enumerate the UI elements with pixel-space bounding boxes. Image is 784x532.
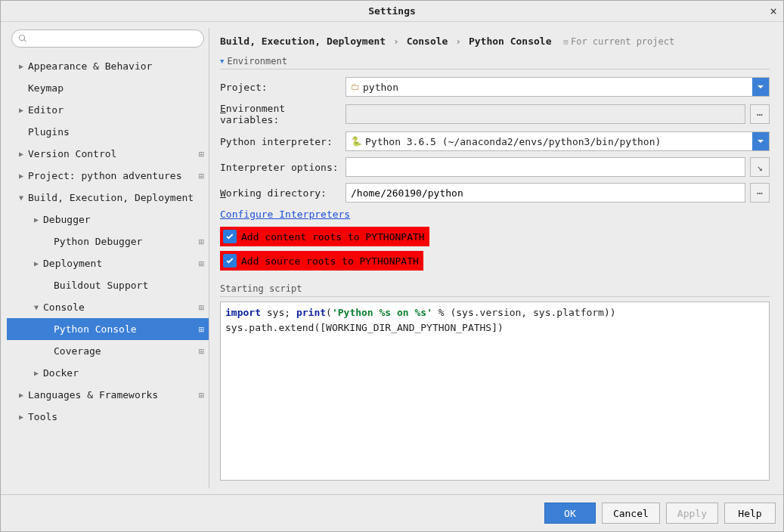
tree-item-label: Plugins [28,126,204,138]
project-scope-icon: ⊞ [199,324,204,335]
breadcrumb-part: Console [407,36,448,47]
project-scope-icon: ⊞ [199,390,204,401]
add-source-roots-label: Add source roots to PYTHONPATH [241,255,419,267]
tree-item-label: Debugger [43,214,204,225]
tree-item-label: Project: python adventures [28,170,196,181]
project-value: python [363,82,398,93]
tree-item-label: Coverage [54,345,196,357]
titlebar: Settings × [1,1,783,22]
project-scope-icon: ⊞ [199,346,204,357]
settings-tree: ▶Appearance & BehaviorKeymap▶EditorPlugi… [7,55,209,488]
close-icon[interactable]: × [770,4,777,18]
add-source-roots-highlight: Add source roots to PYTHONPATH [220,251,423,271]
workdir-label: Working directory: [220,187,341,199]
tree-item-label: Deployment [43,258,196,269]
add-content-roots-highlight: Add content roots to PYTHONPATH [220,227,429,246]
interpreter-value: Python 3.6.5 (~/anaconda2/envs/python3/b… [365,136,661,147]
disclosure-icon[interactable]: ▼ [220,57,224,65]
breadcrumb-part: Python Console [469,36,552,47]
interp-opts-expand-button[interactable]: ↘ [750,157,770,177]
tree-item-label: Editor [28,104,204,116]
cancel-button[interactable]: Cancel [602,503,660,524]
tree-item-editor[interactable]: ▶Editor [7,99,209,121]
tree-item-deployment[interactable]: ▶Deployment⊞ [7,252,209,274]
tree-item-keymap[interactable]: Keymap [7,77,209,99]
tree-item-label: Console [43,302,196,313]
tree-item-label: Languages & Frameworks [28,389,196,401]
caret-icon: ▼ [17,193,25,202]
content-area: ▶Appearance & BehaviorKeymap▶EditorPlugi… [1,22,783,494]
caret-icon: ▶ [33,259,40,268]
tree-item-label: Build, Execution, Deployment [28,192,204,203]
project-label: Project: [220,82,341,93]
tree-item-appearance-behavior[interactable]: ▶Appearance & Behavior [7,55,209,77]
envvars-browse-button[interactable]: ⋯ [750,104,770,124]
help-button[interactable]: Help [724,503,776,524]
sidebar: ▶Appearance & BehaviorKeymap▶EditorPlugi… [7,28,209,488]
tree-item-docker[interactable]: ▶Docker [7,362,209,384]
envvars-label: Environment variables: [220,103,341,125]
settings-window: Settings × ▶Appearance & BehaviorKeymap▶… [0,0,784,532]
project-scope-icon: ⊞ [199,171,204,181]
ok-button[interactable]: OK [544,503,596,524]
chevron-down-icon [752,132,769,150]
environment-form: Project: 🗀 python Environment variables:… [220,77,770,203]
tree-item-plugins[interactable]: Plugins [7,121,209,143]
breadcrumb-separator-icon: › [455,36,461,47]
interp-opts-label: Interpreter options: [220,162,341,173]
configure-interpreters-link[interactable]: Configure Interpreters [220,209,770,220]
tree-item-label: Appearance & Behavior [28,60,204,72]
interpreter-label: Python interpreter: [220,136,341,147]
add-source-roots-row: Add source roots to PYTHONPATH [220,251,770,271]
tree-item-label: Tools [28,411,204,422]
tree-item-label: Python Console [54,323,196,335]
tree-item-tools[interactable]: ▶Tools [7,406,209,428]
breadcrumb-part: Build, Execution, Deployment [220,36,386,47]
folder-icon: 🗀 [351,82,360,92]
envvars-field[interactable] [346,104,745,124]
project-dropdown[interactable]: 🗀 python [346,77,770,97]
tree-item-coverage[interactable]: Coverage⊞ [7,340,209,362]
python-icon: 🐍 [351,136,362,147]
tree-item-buildout-support[interactable]: Buildout Support [7,274,209,296]
caret-icon: ▶ [17,413,25,421]
tree-item-project-python-adventures[interactable]: ▶Project: python adventures⊞ [7,165,209,187]
section-environment: ▼ Environment [220,56,770,70]
search-box[interactable] [11,29,204,48]
apply-button[interactable]: Apply [666,503,718,524]
chevron-down-icon [752,78,769,96]
dialog-footer: OK Cancel Apply Help [1,494,783,531]
workdir-browse-button[interactable]: ⋯ [750,183,770,203]
search-input[interactable] [32,33,197,45]
tree-item-label: Buildout Support [54,280,204,291]
tree-item-python-console[interactable]: Python Console⊞ [7,318,209,340]
tree-item-console[interactable]: ▼Console⊞ [7,296,209,318]
tree-item-build-execution-deployment[interactable]: ▼Build, Execution, Deployment [7,187,209,209]
search-icon [18,34,27,43]
workdir-input[interactable] [346,183,745,203]
add-source-roots-checkbox[interactable] [223,254,237,268]
caret-icon: ▶ [17,62,25,70]
tree-item-version-control[interactable]: ▶Version Control⊞ [7,143,209,165]
project-scope-icon: ⊞ [199,149,204,159]
tree-item-debugger[interactable]: ▶Debugger [7,209,209,230]
breadcrumb: Build, Execution, Deployment › Console ›… [220,31,770,56]
main-panel: Build, Execution, Deployment › Console ›… [209,28,777,488]
caret-icon: ▶ [17,391,25,399]
project-scope-icon: ⊞ [199,302,204,313]
project-scope-icon: ⊞ [199,258,204,269]
tree-item-label: Python Debugger [54,236,196,247]
caret-icon: ▶ [17,150,25,158]
add-content-roots-checkbox[interactable] [223,230,237,243]
tree-item-python-debugger[interactable]: Python Debugger⊞ [7,230,209,252]
interpreter-dropdown[interactable]: 🐍 Python 3.6.5 (~/anaconda2/envs/python3… [346,131,770,151]
interp-opts-input[interactable] [346,157,745,177]
caret-icon: ▼ [33,303,40,311]
tree-item-label: Version Control [28,148,196,159]
starting-script-editor[interactable]: import sys; print('Python %s on %s' % (s… [220,302,770,481]
add-content-roots-row: Add content roots to PYTHONPATH [220,227,770,246]
tree-item-label: Docker [43,367,204,379]
tree-item-languages-frameworks[interactable]: ▶Languages & Frameworks⊞ [7,384,209,406]
breadcrumb-separator-icon: › [393,36,399,47]
caret-icon: ▶ [33,369,40,377]
